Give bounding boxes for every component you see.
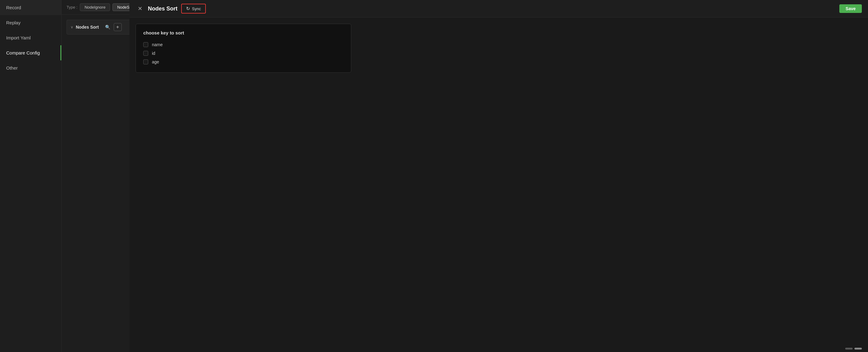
panel-title: Nodes Sort — [148, 5, 178, 12]
key-label-age: age — [152, 59, 159, 64]
sync-label: Sync — [192, 6, 201, 11]
search-icon: 🔍 — [105, 25, 110, 30]
tab-node-ignore[interactable]: NodeIgnore — [80, 3, 110, 11]
page-dot-1[interactable] — [845, 348, 852, 350]
type-section: Type : NodeIgnore NodeSort — [67, 3, 139, 11]
key-option-age[interactable]: age — [143, 58, 344, 66]
section-tools: 🔍 + — [104, 23, 122, 31]
pagination-area — [129, 345, 868, 352]
section-title: Nodes Sort — [76, 25, 99, 30]
sync-icon: ↻ — [186, 6, 190, 11]
save-button[interactable]: Save — [839, 4, 862, 13]
sidebar-item-other[interactable]: Other — [0, 60, 61, 75]
close-icon: ✕ — [138, 5, 142, 12]
sidebar: Record Replay Import Yaml Compare Config… — [0, 0, 62, 352]
key-label-name: name — [152, 42, 163, 47]
sidebar-item-label: Replay — [6, 20, 21, 25]
right-panel: ✕ Nodes Sort ↻ Sync Save choose key to s… — [129, 0, 868, 352]
add-button[interactable]: + — [114, 23, 122, 31]
key-option-name[interactable]: name — [143, 40, 344, 49]
sidebar-item-record[interactable]: Record — [0, 0, 61, 15]
sidebar-item-label: Import Yaml — [6, 35, 31, 40]
search-button[interactable]: 🔍 — [104, 23, 112, 31]
choose-key-title: choose key to sort — [143, 30, 344, 35]
sidebar-item-label: Record — [6, 5, 21, 10]
choose-key-box: choose key to sort name id age — [135, 24, 351, 73]
panel-body: choose key to sort name id age — [129, 18, 868, 345]
main-content: Type : NodeIgnore NodeSort Target Global… — [62, 0, 868, 352]
sidebar-item-import-yaml[interactable]: Import Yaml — [0, 30, 61, 45]
sidebar-item-compare-config[interactable]: Compare Config — [0, 45, 61, 60]
page-dot-2[interactable] — [855, 348, 862, 350]
key-option-id[interactable]: id — [143, 49, 344, 58]
sync-button[interactable]: ↻ Sync — [181, 4, 206, 13]
plus-icon: + — [116, 24, 119, 30]
sidebar-item-replay[interactable]: Replay — [0, 15, 61, 30]
sidebar-item-label: Compare Config — [6, 50, 40, 56]
key-label-id: id — [152, 51, 155, 56]
panel-header: ✕ Nodes Sort ↻ Sync Save — [129, 0, 868, 18]
sidebar-item-label: Other — [6, 65, 18, 70]
checkbox-name[interactable] — [143, 42, 148, 47]
chevron-down-icon[interactable]: ∨ — [70, 25, 73, 29]
close-button[interactable]: ✕ — [135, 4, 144, 13]
type-label: Type : — [67, 5, 78, 9]
checkbox-id[interactable] — [143, 51, 148, 56]
checkbox-age[interactable] — [143, 59, 148, 64]
